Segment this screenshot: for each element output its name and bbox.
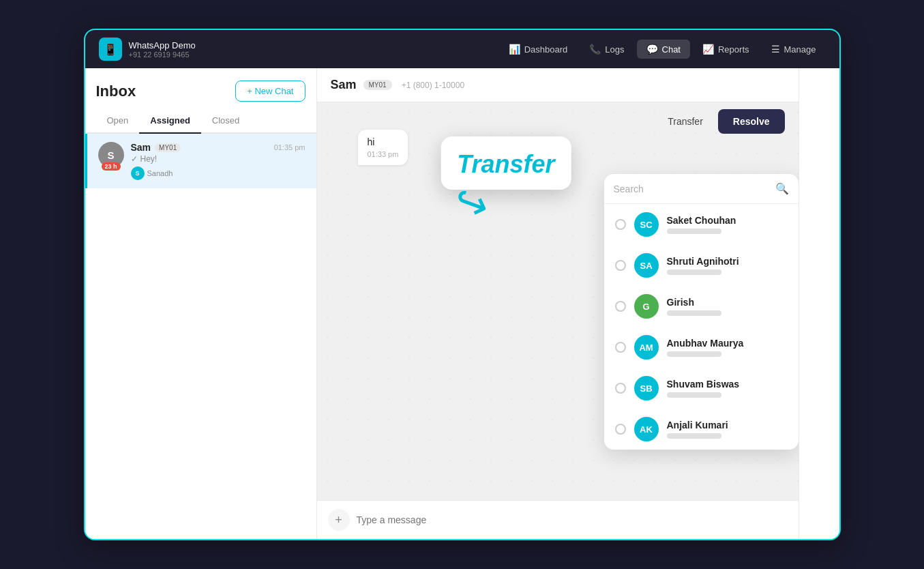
chat-header: Sam MY01 +1 (800) 1-10000	[317, 68, 799, 102]
right-panel	[799, 68, 839, 539]
chat-info: Sam MY01 01:35 pm ✓ Hey! S Sanadh	[131, 142, 305, 180]
agent-item[interactable]: SC Saket Chouhan	[604, 204, 799, 245]
resolve-button[interactable]: Resolve	[718, 109, 785, 134]
assigned-avatar: S	[131, 166, 145, 180]
agent-radio[interactable]	[615, 342, 626, 353]
agent-radio[interactable]	[615, 424, 626, 435]
agent-avatar: AM	[634, 335, 659, 360]
nav-logs[interactable]: 📞 Logs	[580, 40, 634, 59]
inbox-title: Inbox	[96, 83, 136, 100]
avatar: S 23 h	[98, 142, 124, 168]
age-badge: 23 h	[101, 162, 120, 171]
agent-sub	[667, 310, 721, 316]
chat-header-sub: +1 (800) 1-10000	[402, 81, 464, 90]
chat-list: S 23 h Sam MY01 01:35 pm	[85, 134, 316, 539]
new-chat-button[interactable]: + New Chat	[235, 81, 305, 102]
sidebar-header: Inbox + New Chat	[85, 68, 316, 108]
chat-header-name: Sam	[331, 78, 357, 92]
nav-manage[interactable]: ☰ Manage	[762, 40, 826, 59]
message-input[interactable]	[357, 514, 788, 525]
assigned-to: S Sanadh	[131, 166, 305, 180]
agent-avatar: SC	[634, 212, 659, 237]
add-attachment-button[interactable]: +	[328, 509, 350, 531]
chat-main: Sam MY01 +1 (800) 1-10000 Transfer Resol…	[317, 68, 799, 539]
nav-items: 📊 Dashboard 📞 Logs 💬 Chat 📈 Reports ☰ Ma…	[499, 40, 826, 59]
agent-dropdown: 🔍 SC Saket Chouhan SA Shruti Agnihotri G…	[604, 174, 799, 450]
agent-name: Girish	[667, 297, 788, 308]
agent-name: Anjali Kumari	[667, 420, 788, 431]
agent-radio[interactable]	[615, 260, 626, 271]
agent-name: Saket Chouhan	[667, 215, 788, 226]
tab-row: Open Assigned Closed	[85, 108, 316, 134]
logs-icon: 📞	[589, 44, 601, 55]
agent-sub	[667, 392, 721, 398]
chat-name: Sam	[131, 142, 151, 153]
agent-name: Shruti Agnihotri	[667, 256, 788, 267]
dropdown-search: 🔍	[604, 174, 799, 204]
dashboard-icon: 📊	[509, 44, 520, 55]
transfer-button[interactable]: Transfer	[658, 111, 713, 132]
agent-item[interactable]: G Girish	[604, 286, 799, 327]
agent-avatar: AK	[634, 417, 659, 441]
agent-sub	[667, 351, 721, 357]
agent-name: Shuvam Biswas	[667, 379, 788, 390]
action-bar: Transfer Resolve	[658, 109, 784, 134]
chat-preview: ✓ Hey!	[131, 154, 305, 164]
agent-name: Anubhav Maurya	[667, 338, 788, 349]
transfer-tooltip: Transfer ↪	[441, 136, 571, 190]
agent-sub	[667, 269, 721, 275]
nav-brand: 📱 WhatsApp Demo +91 22 6919 9465	[99, 38, 196, 61]
chat-header-badge: MY01	[363, 80, 392, 90]
agent-sub	[667, 229, 721, 234]
agent-avatar: G	[634, 294, 659, 319]
assigned-name: Sanadh	[147, 169, 173, 177]
search-input[interactable]	[614, 184, 770, 194]
agent-sub	[667, 433, 721, 439]
manage-icon: ☰	[771, 44, 780, 55]
agent-item[interactable]: SB Shuvam Biswas	[604, 368, 799, 409]
message-bubble: hi 01:33 pm	[358, 130, 408, 165]
agent-item[interactable]: AM Anubhav Maurya	[604, 327, 799, 368]
chat-icon: 💬	[646, 44, 658, 55]
chat-input-bar: +	[317, 500, 799, 539]
app-container: 📱 WhatsApp Demo +91 22 6919 9465 📊 Dashb…	[84, 29, 841, 540]
nav-logo: 📱	[99, 38, 122, 61]
agent-radio[interactable]	[615, 219, 626, 230]
sidebar: Inbox + New Chat Open Assigned Closed S …	[85, 68, 317, 539]
chat-area: hi 01:33 pm Transfer ↪ 🔍 SC	[317, 102, 799, 500]
nav-dashboard[interactable]: 📊 Dashboard	[499, 40, 578, 59]
message-text: hi	[368, 136, 399, 147]
message-time: 01:33 pm	[368, 150, 399, 158]
agent-list: SC Saket Chouhan SA Shruti Agnihotri G G…	[604, 204, 799, 450]
search-icon[interactable]: 🔍	[775, 182, 789, 195]
agent-item[interactable]: AK Anjali Kumari	[604, 409, 799, 450]
agent-radio[interactable]	[615, 301, 626, 312]
chat-item[interactable]: S 23 h Sam MY01 01:35 pm	[85, 134, 316, 188]
nav-chat[interactable]: 💬 Chat	[637, 40, 690, 59]
agent-item[interactable]: SA Shruti Agnihotri	[604, 245, 799, 286]
main-body: Inbox + New Chat Open Assigned Closed S …	[85, 68, 839, 539]
top-nav: 📱 WhatsApp Demo +91 22 6919 9465 📊 Dashb…	[85, 30, 839, 68]
tab-closed[interactable]: Closed	[201, 108, 250, 134]
agent-radio[interactable]	[615, 383, 626, 394]
tab-open[interactable]: Open	[96, 108, 140, 134]
tab-assigned[interactable]: Assigned	[139, 108, 201, 134]
agent-avatar: SB	[634, 376, 659, 400]
brand-sub: +91 22 6919 9465	[129, 50, 196, 59]
transfer-tooltip-label: Transfer	[457, 150, 554, 179]
brand-name: WhatsApp Demo	[129, 40, 196, 50]
chat-label-badge: MY01	[155, 143, 181, 152]
agent-avatar: SA	[634, 253, 659, 278]
reports-icon: 📈	[702, 44, 714, 55]
nav-reports[interactable]: 📈 Reports	[693, 40, 759, 59]
chat-time: 01:35 pm	[274, 143, 305, 151]
